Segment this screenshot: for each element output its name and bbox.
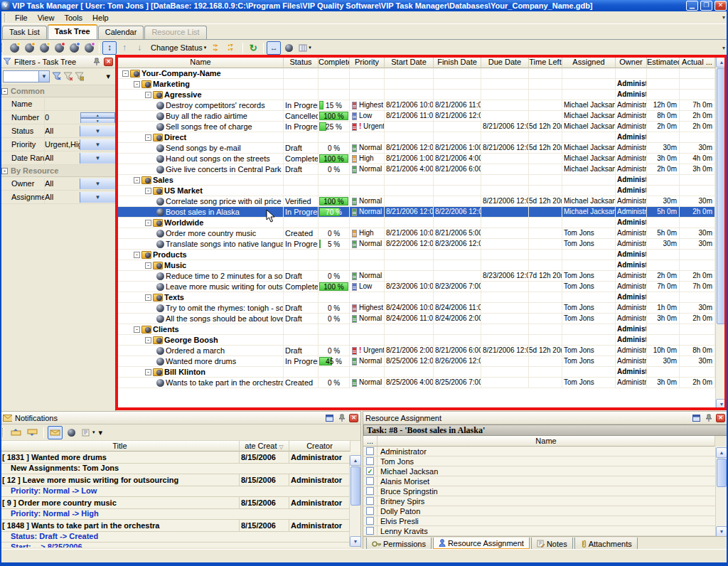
column-header-start-date[interactable]: Start Date — [385, 57, 434, 68]
resource-row[interactable]: Dolly Paton — [363, 506, 727, 516]
task-group-row[interactable]: -WorldwideAdministr — [118, 218, 727, 228]
resource-assignment-close-icon[interactable]: ✕ — [716, 414, 725, 422]
task-row[interactable]: Ordered a marchDraft0 %! Urgent8/21/2006… — [118, 346, 727, 356]
resource-checkbox[interactable] — [366, 527, 374, 535]
resource-row[interactable]: Alanis Moriset — [363, 476, 727, 486]
tab-task-tree[interactable]: Task Tree — [48, 24, 97, 39]
filter-value-number[interactable]: 0▲▼ — [44, 112, 115, 124]
expand-collapse-icon[interactable]: - — [145, 262, 151, 269]
chevron-down-icon[interactable]: ▼ — [80, 178, 115, 189]
chevron-down-icon[interactable]: ▼ — [80, 153, 115, 164]
task-row[interactable]: Send songs by e-mailDraft0 %Normal8/21/2… — [118, 143, 727, 154]
resource-checkbox[interactable] — [366, 447, 374, 455]
resource-row[interactable]: Tom Jons — [363, 456, 727, 466]
menu-item-tools[interactable]: Tools — [60, 13, 87, 23]
column-header-actual-[interactable]: Actual ... — [680, 57, 715, 68]
add-subtask-button[interactable] — [22, 41, 36, 55]
show-notifications-icon[interactable] — [48, 426, 63, 439]
task-row[interactable]: Boost sales in AlaskaIn Progress70 %Norm… — [118, 207, 727, 218]
notifications-toolbar-overflow-icon[interactable]: ▾ — [99, 428, 103, 437]
filters-close-icon[interactable]: ✕ — [104, 58, 113, 66]
resource-scrollbar[interactable]: ▲ ▼ — [715, 447, 727, 537]
task-group-row[interactable]: -MusicAdministr — [118, 260, 727, 271]
menu-item-file[interactable]: File — [11, 13, 32, 23]
refresh-button[interactable]: ↻ — [246, 41, 260, 55]
expand-collapse-icon[interactable]: - — [145, 369, 151, 375]
pin-icon[interactable] — [92, 57, 101, 66]
task-row[interactable]: Destroy competitors' recordsIn Progress1… — [118, 100, 727, 111]
complete-task-button[interactable] — [82, 41, 96, 55]
task-group-row[interactable]: -MarketingAdministr — [118, 79, 727, 90]
task-row[interactable]: All the songs should be about loveDraft0… — [118, 314, 727, 324]
chevron-down-icon[interactable]: ▼ — [80, 126, 115, 137]
expand-collapse-icon[interactable]: - — [134, 252, 140, 258]
expand-collapse-icon[interactable]: - — [145, 92, 151, 98]
move-up-button[interactable]: ↑ — [117, 41, 132, 55]
apply-filter-icon[interactable] — [52, 72, 61, 81]
column-header-name[interactable]: Name — [118, 57, 284, 68]
task-row[interactable]: Translate songs into native languagesIn … — [118, 239, 727, 250]
resource-row[interactable]: Bruce Springstin — [363, 486, 727, 496]
task-group-row[interactable]: -George BooshAdministr — [118, 335, 727, 346]
filter-value-owner[interactable]: All▼ — [44, 178, 115, 190]
task-group-row[interactable]: -ProductsAdministr — [118, 250, 727, 260]
edit-task-button[interactable] — [37, 41, 51, 55]
expand-all-button[interactable]: ▪▸▪▸ — [210, 41, 225, 55]
chevron-down-icon[interactable]: ▼ — [80, 192, 115, 203]
scroll-up-icon[interactable]: ▲ — [716, 57, 727, 68]
notification-item[interactable]: [ 12 ] Leave more music writing for outs… — [1, 474, 360, 486]
expand-collapse-icon[interactable]: - — [134, 326, 140, 333]
scrollbar-thumb[interactable] — [717, 459, 727, 487]
resource-checkbox[interactable] — [366, 477, 374, 485]
tab-resource-list[interactable]: Resource List — [144, 26, 206, 39]
resource-row[interactable]: Elvis Presli — [363, 516, 727, 526]
task-row[interactable]: Buy all the radio airtimeCancelled100 %L… — [118, 111, 727, 122]
notif-column-title[interactable]: Title — [1, 441, 240, 452]
resource-checkbox[interactable] — [366, 517, 374, 525]
prev-notification-icon[interactable] — [9, 426, 23, 439]
task-group-row[interactable]: -DirectAdministr — [118, 132, 727, 143]
resource-column-checkbox[interactable]: ... — [363, 436, 378, 447]
scroll-up-icon[interactable]: ▲ — [350, 455, 361, 466]
task-row[interactable]: Correlate song price with oil priceVerif… — [118, 196, 727, 207]
number-spinner[interactable]: ▲▼ — [80, 112, 116, 123]
task-row[interactable]: Wants to take part in the orchestraCreat… — [118, 378, 727, 388]
task-row[interactable]: Reduce time to 2 minutes for a songDraft… — [118, 271, 727, 282]
notification-item[interactable]: [ 1848 ] Wants to take part in the orche… — [1, 520, 360, 532]
resource-checkbox[interactable]: ✓ — [366, 467, 374, 475]
task-group-row[interactable]: -US MarketAdministr — [118, 186, 727, 196]
pin-icon[interactable] — [704, 413, 713, 422]
menu-item-help[interactable]: Help — [88, 13, 113, 23]
menu-item-view[interactable]: View — [33, 13, 59, 23]
task-row[interactable]: Order more country musicCreated0 %High8/… — [118, 228, 727, 239]
menubar-overflow-icon[interactable]: ▾ — [722, 14, 725, 21]
task-row[interactable]: Try to omit the rhymes: tonigh - so righ… — [118, 303, 727, 314]
column-header-complete[interactable]: Complete — [318, 57, 350, 68]
notification-options-icon[interactable]: ▾ — [80, 426, 97, 439]
filters-toolbar-overflow-icon[interactable]: ▾ — [106, 72, 110, 81]
resource-column-name[interactable]: Name — [378, 436, 715, 447]
expand-collapse-icon[interactable]: - — [145, 220, 151, 226]
task-row[interactable]: Hand out songs on the streetsCompleted10… — [118, 154, 727, 164]
restore-panel-icon[interactable] — [325, 413, 334, 422]
expand-collapse-icon[interactable]: - — [134, 81, 140, 87]
fit-columns-button[interactable]: ↔ — [267, 41, 281, 55]
column-header-status[interactable]: Status — [284, 57, 318, 68]
task-group-row[interactable]: -SalesAdministr — [118, 175, 727, 186]
resource-checkbox[interactable] — [366, 507, 374, 515]
column-header-finish-date[interactable]: Finish Date — [434, 57, 481, 68]
resource-checkbox[interactable] — [366, 487, 374, 495]
task-group-row[interactable]: -Bill KlintonAdministr — [118, 367, 727, 378]
expand-collapse-icon[interactable]: - — [145, 188, 151, 194]
scroll-down-icon[interactable]: ▼ — [350, 536, 361, 547]
expand-collapse-icon[interactable]: - — [145, 294, 151, 301]
resource-row[interactable]: Administrator — [363, 447, 727, 456]
duplicate-task-button[interactable] — [67, 41, 81, 55]
tab-task-list[interactable]: Task List — [2, 26, 47, 39]
filter-value-priority[interactable]: Urgent,Highest,H▼ — [44, 139, 115, 151]
filter-group-by-resource[interactable]: -By Resource — [0, 165, 115, 177]
task-row[interactable]: Leave more music writing for outsourcing… — [118, 282, 727, 292]
filter-value-name[interactable] — [44, 98, 115, 110]
resource-checkbox[interactable] — [366, 497, 374, 505]
filter-value-assignment[interactable]: All▼ — [44, 191, 115, 203]
